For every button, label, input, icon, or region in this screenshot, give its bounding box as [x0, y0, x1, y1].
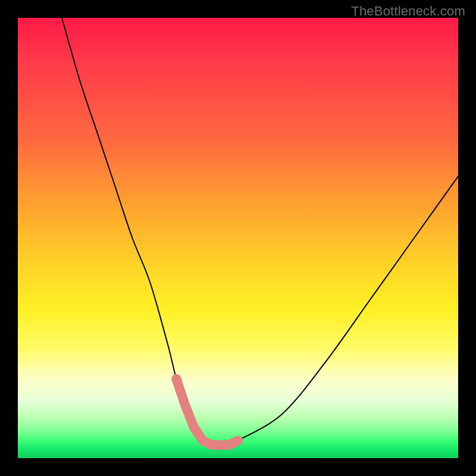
curve-svg [18, 18, 458, 458]
plot-area [18, 18, 458, 458]
optimal-range-markers [171, 374, 243, 446]
marker-endcap [233, 436, 243, 445]
watermark-text: TheBottleneck.com [351, 4, 465, 19]
bottleneck-curve [62, 18, 458, 445]
chart-frame: TheBottleneck.com [0, 0, 476, 476]
marker-endcap [171, 374, 181, 384]
